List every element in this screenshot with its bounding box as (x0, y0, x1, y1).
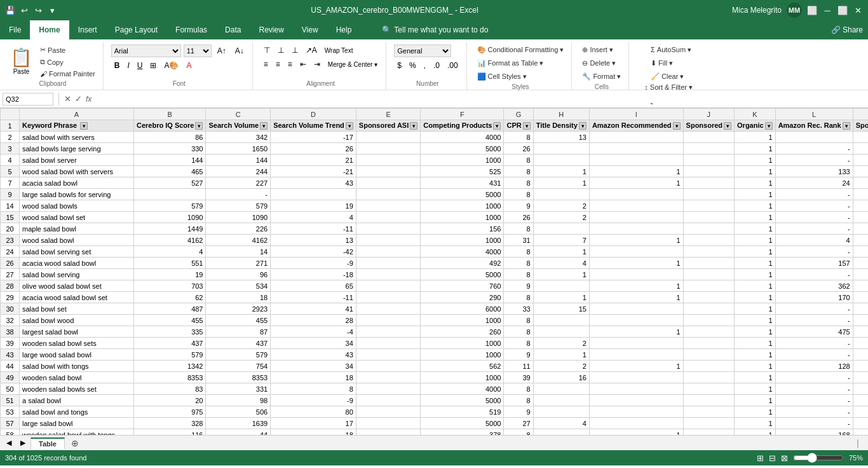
cell-A-43[interactable]: large wood salad bowl (20, 349, 134, 361)
cell-H-29[interactable]: 1 (533, 292, 589, 303)
cell-E-23[interactable] (356, 235, 420, 246)
cell-H-23[interactable]: 7 (533, 235, 589, 246)
cell-H-51[interactable] (533, 395, 589, 406)
cell-E-50[interactable] (356, 383, 420, 395)
col-header-E[interactable]: E (356, 109, 420, 120)
cell-G-5[interactable]: 8 (504, 166, 533, 177)
cell-F-23[interactable]: 1000 (421, 235, 504, 246)
cell-F-32[interactable]: 1000 (421, 315, 504, 326)
border-button[interactable]: ⊞ (147, 60, 159, 71)
cell-J-5[interactable] (683, 166, 734, 177)
cell-C-38[interactable]: 87 (206, 326, 271, 338)
cell-E-4[interactable] (356, 155, 420, 166)
filter-K[interactable]: ▾ (765, 122, 773, 130)
tab-help[interactable]: Help (327, 20, 361, 39)
cell-A-14[interactable]: wood salad bowls (20, 200, 134, 212)
filter-H[interactable]: ▾ (579, 122, 587, 130)
zoom-slider[interactable] (793, 453, 844, 463)
cell-H-20[interactable] (533, 223, 589, 235)
cell-B-5[interactable]: 465 (134, 166, 206, 177)
cell-F-15[interactable]: 1000 (421, 212, 504, 223)
cell-B-2[interactable]: 86 (134, 132, 206, 143)
cell-I-29[interactable]: 1 (589, 292, 683, 303)
cell-A-50[interactable]: wooden salad bowls set (20, 383, 134, 395)
header-cell-A[interactable]: Keyword Phrase ▾ (20, 120, 134, 132)
cell-H-7[interactable]: 1 (533, 177, 589, 189)
cell-A-30[interactable]: salad bowl set (20, 303, 134, 315)
cell-I-43[interactable] (589, 349, 683, 361)
cell-M-5[interactable]: - (853, 166, 868, 177)
cell-E-57[interactable] (356, 418, 420, 429)
cell-C-43[interactable]: 579 (206, 349, 271, 361)
cell-A-23[interactable]: wood salad bowl (20, 235, 134, 246)
cell-J-26[interactable] (683, 258, 734, 269)
cell-B-32[interactable]: 455 (134, 315, 206, 326)
normal-view-btn[interactable]: ⊞ (757, 453, 764, 463)
cell-D-23[interactable]: 13 (271, 235, 356, 246)
cell-B-28[interactable]: 703 (134, 280, 206, 292)
cell-B-39[interactable]: 437 (134, 338, 206, 349)
cell-D-9[interactable] (271, 189, 356, 200)
filter-I[interactable]: ▾ (673, 122, 681, 130)
cell-J-3[interactable] (683, 143, 734, 155)
cell-E-5[interactable] (356, 166, 420, 177)
cell-G-57[interactable]: 27 (504, 418, 533, 429)
header-cell-M[interactable]: Sponsor Rank▾ (853, 120, 868, 132)
cell-H-49[interactable]: 16 (533, 372, 589, 383)
cell-E-44[interactable] (356, 361, 420, 372)
cell-H-50[interactable] (533, 383, 589, 395)
cell-C-28[interactable]: 534 (206, 280, 271, 292)
tab-home[interactable]: Home (30, 20, 69, 39)
close-icon[interactable]: ✕ (853, 5, 863, 15)
filter-E[interactable]: ▾ (410, 122, 417, 130)
cell-C-9[interactable]: - (206, 189, 271, 200)
col-header-G[interactable]: G (504, 109, 533, 120)
cell-D-7[interactable]: 43 (271, 177, 356, 189)
cell-A-49[interactable]: wooden salad bowl (20, 372, 134, 383)
cell-G-30[interactable]: 33 (504, 303, 533, 315)
cell-E-28[interactable] (356, 280, 420, 292)
cell-K-32[interactable]: 1 (735, 315, 776, 326)
filter-G[interactable]: ▾ (523, 122, 531, 130)
cell-F-7[interactable]: 431 (421, 177, 504, 189)
redo-icon[interactable]: ↪ (33, 5, 43, 15)
cell-G-50[interactable]: 8 (504, 383, 533, 395)
cell-J-14[interactable] (683, 200, 734, 212)
cancel-formula-icon[interactable]: ✕ (64, 94, 71, 104)
cell-E-39[interactable] (356, 338, 420, 349)
cell-L-7[interactable]: 24 (775, 177, 853, 189)
cell-E-26[interactable] (356, 258, 420, 269)
cell-C-3[interactable]: 1650 (206, 143, 271, 155)
align-middle-btn[interactable]: ⊥ (275, 45, 287, 56)
cell-A-29[interactable]: acacia wood salad bowl set (20, 292, 134, 303)
cell-L-29[interactable]: 170 (775, 292, 853, 303)
cell-L-28[interactable]: 362 (775, 280, 853, 292)
cell-E-58[interactable] (356, 429, 420, 436)
cell-H-3[interactable] (533, 143, 589, 155)
cell-I-57[interactable] (589, 418, 683, 429)
next-sheet-btn[interactable]: ▶ (17, 437, 29, 448)
col-header-M[interactable]: M (853, 109, 868, 120)
cell-K-27[interactable]: 1 (735, 269, 776, 280)
sort-filter-btn[interactable]: ↕ Sort & Filter ▾ (642, 82, 705, 93)
cell-A-26[interactable]: acacia wood salad bowl (20, 258, 134, 269)
formula-input[interactable] (94, 95, 865, 103)
cell-E-14[interactable] (356, 200, 420, 212)
cell-D-24[interactable]: -42 (271, 246, 356, 258)
cell-L-5[interactable]: 133 (775, 166, 853, 177)
cell-J-23[interactable] (683, 235, 734, 246)
cell-B-20[interactable]: 1449 (134, 223, 206, 235)
cell-A-57[interactable]: large salad bowl (20, 418, 134, 429)
tab-page-layout[interactable]: Page Layout (106, 20, 166, 39)
cell-E-43[interactable] (356, 349, 420, 361)
cell-K-2[interactable]: 1 (735, 132, 776, 143)
cell-J-39[interactable] (683, 338, 734, 349)
cell-K-58[interactable]: 1 (735, 429, 776, 436)
cell-H-30[interactable]: 15 (533, 303, 589, 315)
cell-E-3[interactable] (356, 143, 420, 155)
cell-J-4[interactable] (683, 155, 734, 166)
cell-D-39[interactable]: 34 (271, 338, 356, 349)
save-icon[interactable]: 💾 (5, 5, 15, 15)
filter-F[interactable]: ▾ (493, 122, 501, 130)
cell-M-29[interactable]: - (853, 292, 868, 303)
